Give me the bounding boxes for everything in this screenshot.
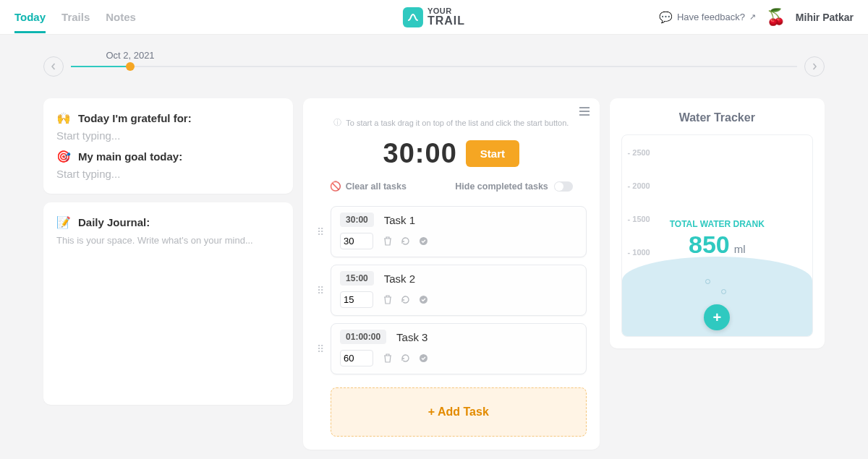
water-data-point	[705, 279, 710, 284]
task-minutes-input[interactable]	[340, 291, 373, 308]
water-tick: - 2000	[628, 181, 650, 190]
delete-task-button[interactable]	[383, 353, 392, 363]
external-link-icon: ↗	[749, 12, 756, 22]
app-logo: YOUR TRAIL	[403, 7, 465, 27]
task-row: ⠿ 30:00 Task 1	[316, 206, 587, 257]
tasks-card: ⓘ To start a task drag it on top of the …	[303, 98, 600, 450]
water-tracker-card: Water Tracker - 2500 - 2000 - 1500 - 100…	[610, 98, 825, 348]
logo-text-bottom: TRAIL	[427, 15, 465, 27]
task-name[interactable]: Task 1	[384, 214, 415, 226]
reset-task-button[interactable]	[401, 353, 410, 363]
journal-input[interactable]: This is your space. Write what's on your…	[56, 235, 280, 246]
toggle-icon	[554, 181, 573, 192]
chat-icon: 💬	[659, 11, 673, 24]
timer-value: 30:00	[383, 138, 457, 169]
drag-handle-icon[interactable]: ⠿	[316, 226, 325, 238]
username-label: Mihir Patkar	[796, 12, 854, 23]
feedback-label: Have feedback?	[677, 12, 745, 22]
timeline-date-label: Oct 2, 2021	[106, 50, 154, 61]
goal-label: My main goal today:	[78, 150, 182, 163]
svg-point-5	[420, 354, 427, 362]
grateful-goal-card: 🙌 Today I'm grateful for: 🎯 My main goal…	[43, 98, 293, 194]
water-total-label: TOTAL WATER DRANK	[622, 219, 812, 229]
timeline-track[interactable]: Oct 2, 2021	[71, 66, 797, 67]
hands-icon: 🙌	[56, 111, 71, 125]
clear-tasks-button[interactable]: 🚫 Clear all tasks	[330, 181, 407, 192]
hide-completed-label: Hide completed tasks	[455, 181, 548, 192]
delete-task-button[interactable]	[383, 295, 392, 304]
task-list: ⠿ 30:00 Task 1	[316, 206, 587, 437]
complete-task-button[interactable]	[419, 353, 428, 363]
drag-handle-icon[interactable]: ⠿	[316, 285, 325, 296]
water-chart: - 2500 - 2000 - 1500 - 1000 - 500 - 0 TO…	[621, 134, 813, 337]
hide-completed-toggle[interactable]: Hide completed tasks	[455, 181, 573, 192]
task-row: ⠿ 01:00:00 Task 3	[316, 323, 587, 374]
tab-notes[interactable]: Notes	[106, 1, 136, 33]
add-water-button[interactable]: +	[704, 304, 730, 330]
app-header: Today Trails Notes YOUR TRAIL 💬 Have fee…	[0, 0, 868, 35]
journal-label: Daily Journal:	[78, 216, 150, 228]
user-avatar[interactable]: 🍒	[766, 8, 786, 27]
logo-text-top: YOUR	[427, 7, 465, 15]
feedback-link[interactable]: 💬 Have feedback? ↗	[659, 11, 756, 24]
clear-tasks-label: Clear all tasks	[346, 181, 407, 192]
date-timeline: Oct 2, 2021	[0, 35, 868, 84]
reset-task-button[interactable]	[401, 236, 410, 246]
grateful-input[interactable]	[56, 129, 280, 142]
timeline-prev-button[interactable]	[43, 56, 64, 77]
ban-icon: 🚫	[330, 181, 341, 192]
water-tracker-title: Water Tracker	[610, 111, 825, 124]
drag-handle-icon[interactable]: ⠿	[316, 343, 325, 355]
task-time-badge: 30:00	[340, 213, 374, 227]
pencil-icon: 📝	[56, 215, 71, 229]
nav-tabs: Today Trails Notes	[14, 1, 136, 33]
task-card[interactable]: 30:00 Task 1	[331, 206, 587, 257]
goal-input[interactable]	[56, 168, 280, 180]
add-task-button[interactable]: + Add Task	[331, 387, 587, 437]
grateful-label: Today I'm grateful for:	[78, 112, 192, 124]
task-hint: To start a task drag it on top of the li…	[346, 119, 569, 127]
task-name[interactable]: Task 3	[396, 331, 427, 343]
water-amount-unit: ml	[734, 243, 746, 255]
target-icon: 🎯	[56, 150, 71, 163]
water-amount-value: 850	[689, 231, 730, 259]
task-minutes-input[interactable]	[340, 350, 373, 366]
timeline-next-button[interactable]	[804, 56, 825, 77]
journal-card: 📝 Daily Journal: This is your space. Wri…	[43, 202, 293, 405]
task-row: ⠿ 15:00 Task 2	[316, 265, 587, 316]
water-data-point	[721, 289, 726, 294]
reset-task-button[interactable]	[401, 295, 410, 304]
task-time-badge: 15:00	[340, 271, 374, 286]
trail-logo-icon	[403, 7, 423, 27]
tasks-menu-button[interactable]	[579, 107, 590, 116]
task-card[interactable]: 15:00 Task 2	[331, 265, 587, 316]
task-card[interactable]: 01:00:00 Task 3	[331, 323, 587, 374]
complete-task-button[interactable]	[419, 295, 428, 304]
tab-trails[interactable]: Trails	[61, 1, 90, 33]
task-time-badge: 01:00:00	[340, 330, 386, 344]
complete-task-button[interactable]	[419, 236, 428, 246]
info-icon: ⓘ	[333, 117, 341, 128]
delete-task-button[interactable]	[383, 236, 392, 246]
task-name[interactable]: Task 2	[384, 273, 415, 285]
start-button[interactable]: Start	[466, 140, 519, 167]
water-tick: - 2500	[628, 148, 650, 157]
svg-point-4	[420, 296, 427, 304]
timeline-progress	[71, 66, 130, 67]
timeline-knob[interactable]	[126, 62, 135, 71]
task-minutes-input[interactable]	[340, 233, 373, 249]
tab-today[interactable]: Today	[14, 1, 46, 33]
svg-point-3	[420, 237, 427, 245]
